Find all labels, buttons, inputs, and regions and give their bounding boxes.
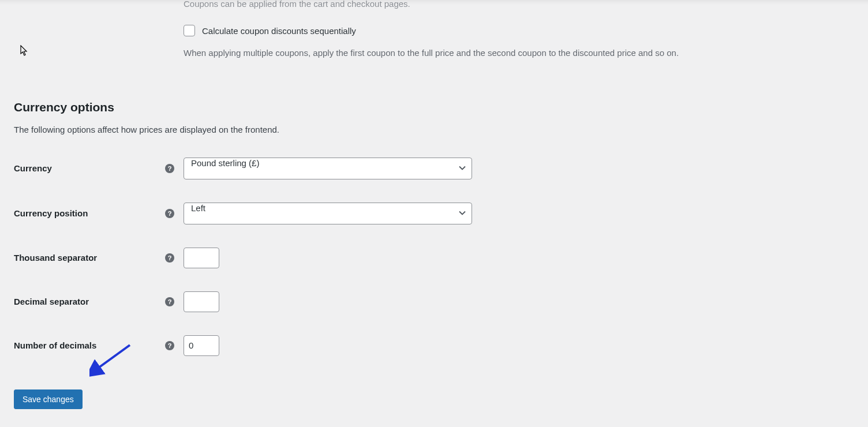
currency-position-select[interactable]: Left xyxy=(184,203,472,224)
calculate-sequentially-checkbox[interactable] xyxy=(184,25,195,36)
decimal-separator-input[interactable] xyxy=(184,291,219,312)
thousand-separator-label: Thousand separator xyxy=(14,253,165,263)
help-icon[interactable]: ? xyxy=(165,164,174,173)
currency-select[interactable]: Pound sterling (£) xyxy=(184,158,472,179)
save-changes-button[interactable]: Save changes xyxy=(14,389,83,409)
coupons-applied-description: Coupons can be applied from the cart and… xyxy=(184,0,868,10)
calculate-sequentially-label: Calculate coupon discounts sequentially xyxy=(202,26,356,36)
decimal-separator-label: Decimal separator xyxy=(14,297,165,306)
number-of-decimals-label: Number of decimals xyxy=(14,340,165,350)
currency-options-description: The following options affect how prices … xyxy=(14,125,868,134)
calculate-sequentially-description: When applying multiple coupons, apply th… xyxy=(184,47,868,60)
help-icon[interactable]: ? xyxy=(165,209,174,218)
currency-position-label: Currency position xyxy=(14,208,165,218)
help-icon[interactable]: ? xyxy=(165,341,174,350)
number-of-decimals-input[interactable] xyxy=(184,335,219,356)
help-icon[interactable]: ? xyxy=(165,253,174,263)
help-icon[interactable]: ? xyxy=(165,297,174,306)
thousand-separator-input[interactable] xyxy=(184,248,219,268)
currency-options-heading: Currency options xyxy=(14,100,868,114)
currency-label: Currency xyxy=(14,163,165,173)
